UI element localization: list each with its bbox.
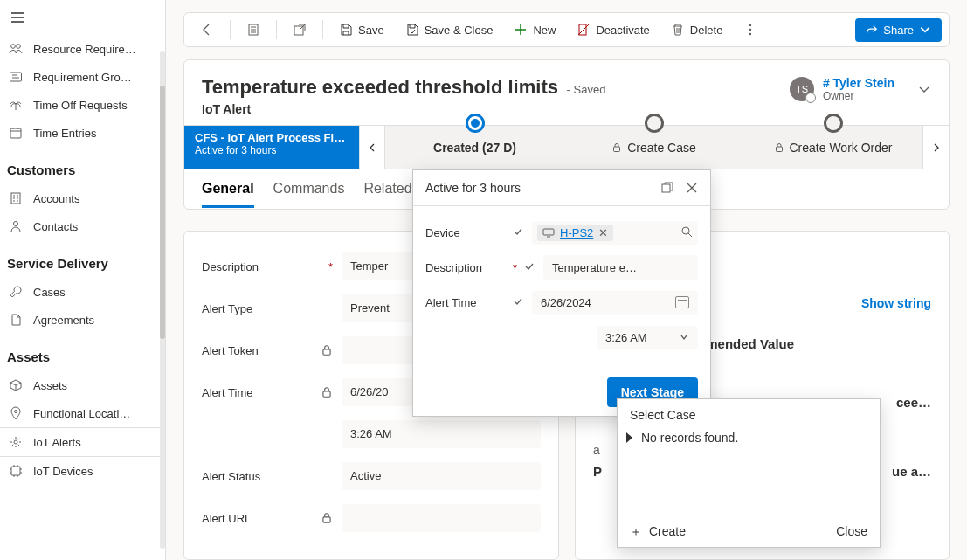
owner-name[interactable]: Tyler Stein: [832, 76, 894, 90]
tab-general[interactable]: General: [202, 181, 254, 208]
bpf-flow-header[interactable]: CFS - IoT Alert Process Fl… Active for 3…: [184, 126, 359, 169]
sidebar-scrollbar-track[interactable]: [160, 51, 165, 549]
sidebar-item-functional-locations[interactable]: Functional Locati…: [0, 399, 165, 427]
owner-control[interactable]: TS # Tyler Stein Owner: [790, 76, 931, 102]
sidebar-item-label: Time Off Requests: [33, 99, 128, 112]
lookup-results-row[interactable]: No records found.: [618, 425, 880, 453]
new-button[interactable]: New: [505, 17, 564, 42]
svg-point-7: [14, 440, 17, 444]
flyout-device-lookup[interactable]: H-PS2 ✕: [532, 221, 698, 245]
sidebar-item-label: Resource Require…: [33, 43, 136, 56]
flyout-device-link[interactable]: H-PS2: [560, 226, 593, 239]
field-label-alert-time: Alert Time: [202, 386, 253, 399]
plus-icon: [514, 23, 528, 37]
open-new-window-button[interactable]: [284, 17, 315, 42]
field-value-alert-status[interactable]: Active: [342, 462, 541, 490]
sidebar-item-contacts[interactable]: Contacts: [0, 212, 165, 240]
sidebar-group-assets: Assets: [0, 334, 165, 371]
chevron-left-icon: [367, 142, 377, 153]
flyout-description-value[interactable]: Temperature e…: [543, 255, 698, 280]
share-label: Share: [883, 24, 914, 37]
overflow-button[interactable]: [735, 17, 766, 42]
back-button[interactable]: [191, 17, 223, 42]
sidebar-item-label: Assets: [33, 379, 67, 392]
bpf-flow-subtitle: Active for 3 hours: [195, 144, 349, 156]
owner-field-label: Owner: [823, 90, 894, 102]
bpf-bar: CFS - IoT Alert Process Fl… Active for 3…: [184, 125, 949, 169]
search-icon[interactable]: [680, 225, 693, 238]
field-label-alert-url: Alert URL: [202, 512, 251, 525]
bpf-stage-create-wo[interactable]: Create Work Order: [743, 126, 922, 169]
tab-related[interactable]: Related: [363, 181, 411, 208]
svg-rect-20: [662, 184, 670, 192]
iot-icon: [9, 435, 23, 449]
expand-icon[interactable]: [626, 432, 632, 443]
svg-point-12: [749, 24, 751, 26]
share-button[interactable]: Share: [855, 18, 942, 42]
lock-icon: [611, 142, 622, 153]
owner-hash: #: [823, 76, 830, 90]
field-value-alert-url: [342, 504, 541, 532]
deactivate-button[interactable]: Deactivate: [568, 17, 658, 42]
wrench-icon: [9, 285, 23, 299]
select-case-dropdown: Select Case No records found. ＋ Create C…: [617, 398, 881, 548]
bpf-prev-button[interactable]: [359, 126, 385, 169]
sidebar-item-iot-alerts[interactable]: IoT Alerts: [0, 427, 165, 457]
svg-rect-8: [11, 467, 20, 475]
sidebar-item-assets[interactable]: Assets: [0, 371, 165, 399]
bpf-stage-flyout: Active for 3 hours Device H-PS2 ✕: [412, 169, 711, 417]
plus-icon: ＋: [630, 525, 642, 537]
sidebar-item-requirement-groups[interactable]: Requirement Gro…: [0, 63, 165, 91]
sidebar-item-accounts[interactable]: Accounts: [0, 184, 165, 212]
svg-rect-17: [323, 349, 330, 355]
sidebar-item-cases[interactable]: Cases: [0, 278, 165, 306]
tab-commands[interactable]: Commands: [273, 181, 345, 208]
sidebar-item-time-off[interactable]: Time Off Requests: [0, 91, 165, 119]
bpf-stage-created[interactable]: Created (27 D): [385, 126, 564, 169]
sidebar-item-agreements[interactable]: Agreements: [0, 306, 165, 334]
dock-icon[interactable]: [661, 182, 673, 194]
flyout-alert-time[interactable]: 3:26 AM: [597, 326, 698, 349]
record-entity: IoT Alert: [202, 102, 605, 116]
svg-point-14: [749, 33, 751, 35]
bpf-stage-create-case[interactable]: Create Case: [564, 126, 743, 169]
sidebar-item-label: IoT Devices: [33, 465, 93, 478]
svg-rect-19: [323, 517, 330, 522]
flyout-alert-time-value: 3:26 AM: [605, 331, 647, 344]
record-saved-status: - Saved: [567, 83, 606, 96]
close-icon[interactable]: [686, 182, 698, 194]
hamburger-button[interactable]: [0, 0, 35, 35]
lookup-create-button[interactable]: Create: [649, 524, 686, 538]
back-icon: [200, 23, 214, 37]
save-button[interactable]: Save: [330, 17, 393, 42]
share-icon: [866, 24, 878, 36]
popout-icon: [293, 23, 307, 37]
field-label-alert-status: Alert Status: [202, 470, 260, 483]
svg-rect-15: [614, 147, 620, 152]
card-icon: [9, 70, 23, 84]
document-icon: [9, 313, 23, 327]
lookup-close-button[interactable]: Close: [836, 524, 867, 538]
form-selector-button[interactable]: [238, 17, 269, 42]
palm-icon: [9, 98, 23, 112]
delete-button[interactable]: Delete: [662, 17, 732, 42]
sidebar-item-time-entries[interactable]: Time Entries: [0, 119, 165, 147]
bpf-next-button[interactable]: [922, 126, 949, 169]
sidebar-item-resource-requirements[interactable]: Resource Require…: [0, 35, 165, 63]
field-label-description: Description: [202, 260, 259, 273]
sidebar-scrollbar-thumb[interactable]: [160, 86, 165, 339]
remove-icon[interactable]: ✕: [598, 226, 608, 239]
sidebar-item-iot-devices[interactable]: IoT Devices: [0, 457, 165, 485]
flyout-alert-date[interactable]: 6/26/2024: [532, 291, 698, 315]
svg-point-6: [15, 411, 17, 413]
svg-point-13: [749, 29, 751, 31]
sidebar-item-label: Agreements: [33, 314, 94, 327]
lookup-empty-text: No records found.: [641, 431, 738, 445]
bpf-stage-indicator-active: [466, 114, 485, 133]
save-close-button[interactable]: Save & Close: [397, 17, 502, 42]
list-icon: [246, 23, 260, 37]
chevron-down-icon: [679, 332, 689, 342]
calendar-icon[interactable]: [675, 296, 689, 308]
flyout-alert-date-value: 6/26/2024: [541, 296, 591, 309]
chevron-down-icon[interactable]: [917, 82, 931, 96]
